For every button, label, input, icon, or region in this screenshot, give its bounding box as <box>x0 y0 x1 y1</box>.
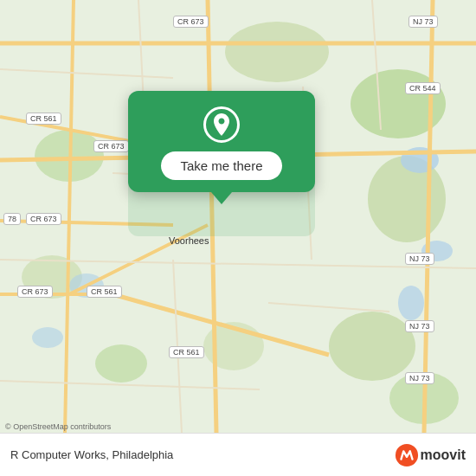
road-label-nj73-btm2: NJ 73 <box>405 372 434 384</box>
road-label-cr561-btm2: CR 561 <box>169 346 204 358</box>
road-label-cr561-btm: CR 561 <box>87 286 122 298</box>
moovit-logo-icon <box>395 443 419 467</box>
road-label-cr673-top: CR 673 <box>173 16 209 28</box>
take-me-there-button[interactable]: Take me there <box>161 151 281 180</box>
road-label-cr561-left: CR 561 <box>26 113 61 125</box>
svg-point-7 <box>329 312 415 381</box>
road-label-cr673-mid2: CR 673 <box>26 213 61 225</box>
road-label-cr78: 78 <box>3 213 21 225</box>
svg-point-12 <box>398 286 424 320</box>
copyright-text: © OpenStreetMap contributors <box>5 422 111 431</box>
moovit-brand-text: moovit <box>421 447 466 463</box>
road-label-cr544: CR 544 <box>405 82 441 94</box>
location-icon <box>203 106 240 143</box>
svg-point-6 <box>95 344 147 383</box>
svg-point-14 <box>32 327 63 348</box>
road-label-nj73-btm: NJ 73 <box>405 320 434 332</box>
moovit-logo: moovit <box>395 443 466 467</box>
road-label-cr673-mid: CR 673 <box>93 140 129 152</box>
bottom-bar: R Computer Works, Philadelphia moovit <box>0 433 476 476</box>
road-label-cr673-btm: CR 673 <box>17 286 53 298</box>
place-name-text: R Computer Works, Philadelphia <box>10 448 395 461</box>
place-label-voorhees: Voorhees <box>169 235 209 246</box>
map-background <box>0 0 476 433</box>
popup-card: Take me there <box>128 91 315 192</box>
svg-point-1 <box>225 22 329 82</box>
road-label-nj73-mid: NJ 73 <box>405 253 434 265</box>
road-label-nj73-top: NJ 73 <box>408 16 438 28</box>
map-container: CR 673 CR 544 NJ 73 CR 561 CR 673 CR 673… <box>0 0 476 433</box>
